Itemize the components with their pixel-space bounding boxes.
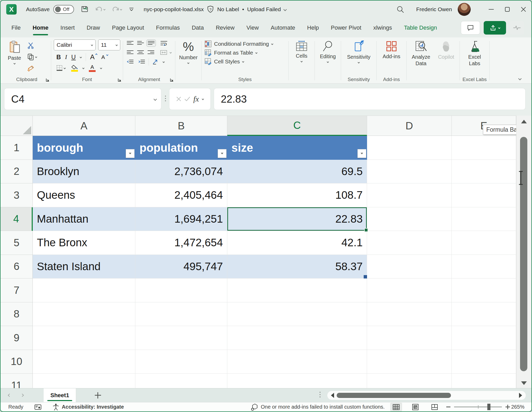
decrease-indent-button[interactable] — [126, 58, 135, 65]
name-box[interactable]: C4 — [4, 88, 161, 110]
clipboard-dialog-launcher[interactable] — [46, 78, 49, 82]
copy-button[interactable] — [26, 52, 38, 61]
cell-styles-button[interactable]: Cell Styles — [204, 57, 286, 66]
fill-color-button[interactable] — [70, 64, 79, 73]
normal-view-button[interactable] — [390, 403, 402, 411]
orientation-dropdown-chevron[interactable] — [163, 61, 165, 63]
upload-status[interactable]: Upload Failed — [247, 6, 281, 12]
cell-A7[interactable] — [33, 278, 135, 302]
column-header-d[interactable]: D — [367, 116, 452, 136]
new-sheet-button[interactable] — [95, 392, 101, 398]
paste-dropdown-chevron[interactable] — [13, 62, 15, 64]
cell-E10[interactable] — [452, 350, 516, 374]
tab-insert[interactable]: Insert — [61, 24, 75, 31]
align-bottom-button[interactable] — [147, 39, 156, 47]
cell-A8[interactable] — [33, 302, 135, 326]
zoom-in-button[interactable] — [506, 405, 510, 409]
tab-table-design[interactable]: Table Design — [404, 24, 437, 31]
cell-C6[interactable]: 58.37 — [227, 255, 367, 279]
select-all-corner[interactable] — [1, 116, 33, 136]
underline-button[interactable]: U — [71, 54, 76, 61]
tab-view[interactable]: View — [247, 24, 259, 31]
undo-button[interactable] — [95, 6, 105, 12]
cell-D9[interactable] — [367, 326, 452, 350]
increase-font-button[interactable]: A — [90, 53, 95, 61]
italic-button[interactable]: I — [65, 54, 67, 61]
sensitivity-shield-icon[interactable] — [207, 5, 214, 13]
share-button[interactable] — [484, 21, 506, 35]
zoom-out-button[interactable] — [446, 407, 450, 407]
column-header-b[interactable]: B — [135, 116, 227, 136]
share-dropdown-chevron[interactable] — [498, 27, 500, 29]
cell-D2[interactable] — [367, 160, 452, 184]
cell-E7[interactable] — [452, 278, 516, 302]
name-box-chevron[interactable] — [154, 97, 157, 101]
column-header-a[interactable]: A — [33, 116, 135, 136]
cell-C8[interactable] — [227, 302, 367, 326]
scroll-up-arrow[interactable] — [521, 120, 527, 123]
cell-B1[interactable]: population — [135, 136, 227, 160]
format-as-table-button[interactable]: Format as Table — [204, 48, 286, 57]
row-header-6[interactable]: 6 — [1, 255, 33, 279]
row-header-2[interactable]: 2 — [1, 160, 33, 184]
tab-page-layout[interactable]: Page Layout — [112, 24, 144, 31]
formula-input[interactable]: 22.83 — [214, 88, 525, 110]
cell-C1[interactable]: size — [227, 136, 367, 160]
comments-button[interactable] — [461, 21, 480, 35]
document-filename[interactable]: nyc-pop-copilot-load.xlsx — [144, 6, 204, 12]
sensitivity-status[interactable]: No Label — [217, 6, 239, 12]
cell-B9[interactable] — [135, 326, 227, 350]
cell-E4[interactable] — [452, 207, 516, 231]
cell-D10[interactable] — [367, 350, 452, 374]
cell-B5[interactable]: 1,472,654 — [135, 231, 227, 255]
vertical-scrollbar[interactable] — [516, 116, 532, 388]
font-dialog-launcher[interactable] — [118, 78, 121, 82]
cell-C11[interactable] — [227, 374, 367, 388]
tab-file[interactable]: File — [11, 24, 21, 31]
copy-dropdown-chevron[interactable] — [35, 56, 37, 58]
cell-C10[interactable] — [227, 350, 367, 374]
excel-app-icon[interactable] — [6, 4, 17, 15]
addins-button[interactable]: Add-ins — [379, 39, 404, 61]
cell-E2[interactable] — [452, 160, 516, 184]
cell-A6[interactable]: Staten Island — [33, 255, 135, 279]
cells-button[interactable]: Cells — [291, 39, 312, 63]
cell-A11[interactable] — [33, 374, 135, 388]
scroll-right-arrow[interactable] — [519, 393, 522, 398]
sheet-tab-sheet1[interactable]: Sheet1 — [44, 388, 76, 402]
row-header-3[interactable]: 3 — [1, 183, 33, 207]
align-top-button[interactable] — [126, 40, 135, 46]
scroll-left-arrow[interactable] — [331, 393, 334, 398]
editing-dropdown-chevron[interactable] — [327, 61, 329, 63]
cell-B8[interactable] — [135, 302, 227, 326]
cell-A3[interactable]: Queens — [33, 183, 135, 207]
cell-C4-selected[interactable]: 22.83 — [227, 207, 367, 231]
zoom-slider-thumb[interactable] — [487, 404, 490, 410]
fill-color-dropdown-chevron[interactable] — [82, 67, 84, 69]
cell-E6[interactable] — [452, 255, 516, 279]
orientation-button[interactable] — [151, 58, 160, 65]
analyze-data-button[interactable]: Analyze Data — [409, 39, 433, 68]
cell-C9[interactable] — [227, 326, 367, 350]
fx-chevron[interactable] — [202, 98, 204, 100]
conditional-formatting-button[interactable]: Conditional Formatting — [204, 39, 286, 48]
align-left-button[interactable] — [126, 49, 135, 56]
bold-button[interactable]: B — [56, 54, 61, 61]
cell-B11[interactable] — [135, 374, 227, 388]
cell-B7[interactable] — [135, 278, 227, 302]
editing-button[interactable]: Editing — [317, 39, 338, 64]
row-header-4[interactable]: 4 — [1, 207, 33, 231]
cell-A2[interactable]: Brooklyn — [33, 160, 135, 184]
cell-A9[interactable] — [33, 326, 135, 350]
row-header-10[interactable]: 10 — [1, 350, 33, 374]
horizontal-scroll-thumb[interactable] — [337, 393, 451, 398]
cell-C3[interactable]: 108.7 — [227, 183, 367, 207]
sensitivity-button[interactable]: Sensitivity — [344, 39, 374, 64]
redo-button[interactable] — [112, 6, 122, 12]
tab-draw[interactable]: Draw — [87, 24, 100, 31]
alignment-dialog-launcher[interactable] — [170, 78, 174, 82]
row-header-9[interactable]: 9 — [1, 326, 33, 350]
cell-A1[interactable]: borough — [33, 136, 135, 160]
accessibility-status[interactable]: Accessibility: Investigate — [62, 404, 124, 410]
page-layout-view-button[interactable] — [409, 403, 421, 411]
